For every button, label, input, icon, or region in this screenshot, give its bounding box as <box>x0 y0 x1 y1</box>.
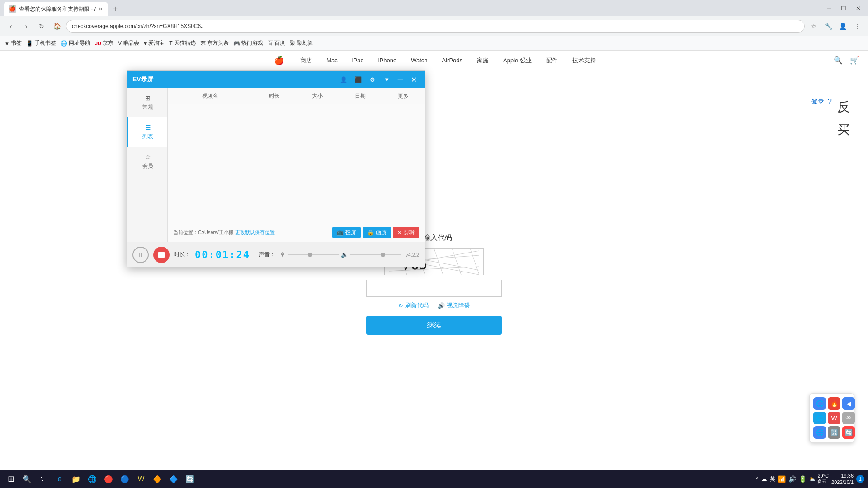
ev-main: 视频名 时长 大小 日期 更多 当前位置：C:/Users/工小熊 更改默认保存… <box>168 88 425 242</box>
bookmark-icon-taobao: ♥ <box>144 40 147 47</box>
forward-button[interactable]: › <box>20 20 33 33</box>
ev-edit-button[interactable]: ✕ 剪辑 <box>393 227 419 238</box>
bookmark-icon-games: 🎮 <box>233 40 240 47</box>
ev-col-more: 更多 <box>382 88 425 104</box>
nav-item-airpods[interactable]: AirPods <box>435 51 470 70</box>
ev-general-icon: ⊞ <box>145 94 151 102</box>
minimize-button[interactable]: ─ <box>823 2 835 14</box>
bookmark-label: 热门游戏 <box>241 39 263 47</box>
nav-item-iphone[interactable]: iPhone <box>371 51 404 70</box>
bookmark-icon-vip: V <box>118 40 122 47</box>
nav-item-home[interactable]: 家庭 <box>470 51 496 70</box>
search-icon[interactable]: 🔍 <box>834 56 843 65</box>
ev-path-row: 当前位置：C:/Users/工小熊 更改默认保存位置 📺 投屏 🔒 <box>173 227 419 238</box>
apple-logo[interactable]: 🍎 <box>265 56 293 66</box>
ev-record-icon[interactable]: ⬛ <box>353 74 363 85</box>
bookmark-label: 书签 <box>11 39 22 47</box>
ev-controls: ⏸ 时长： 00:01:24 声音： 🎙 🔈 <box>127 242 425 267</box>
bookmark-item-taobao[interactable]: ♥ 爱淘宝 <box>144 39 165 47</box>
bookmark-icon[interactable]: ☆ <box>807 20 820 33</box>
reload-button[interactable]: ↻ <box>35 20 48 33</box>
new-tab-button[interactable]: + <box>108 2 123 16</box>
nav-item-apple-strong[interactable]: Apple 强业 <box>496 51 539 70</box>
ev-general-label: 常规 <box>142 103 153 111</box>
ev-member-label: 会员 <box>142 162 153 170</box>
bookmark-item-jd[interactable]: JD 京东 <box>95 39 113 47</box>
nav-item-accessories[interactable]: 配件 <box>539 51 565 70</box>
ev-recorder-window: EV录屏 👤 ⬛ ⚙ ▼ ─ ✕ ⊞ 常规 <box>127 70 425 267</box>
ev-quality-icon: 🔒 <box>367 230 374 236</box>
bookmark-item-juhuasuan[interactable]: 聚 聚划算 <box>290 39 313 47</box>
nav-item-support[interactable]: 技术支持 <box>565 51 603 70</box>
tab-bar: 🍎 查看您的保障服务和支持期限 - / ✕ + ─ ☐ ✕ <box>0 0 868 16</box>
ev-close-button[interactable]: ✕ <box>408 74 419 85</box>
menu-icon[interactable]: ⋮ <box>851 20 863 33</box>
ev-sidebar-list[interactable]: ☰ 列表 <box>127 117 167 147</box>
ev-body: ⊞ 常规 ☰ 列表 ☆ 会员 视频名 <box>127 88 425 242</box>
bookmark-label: 京东 <box>103 39 113 47</box>
ev-speaker-slider[interactable] <box>350 254 401 255</box>
ev-path-change-link[interactable]: 更改默认保存位置 <box>235 230 275 235</box>
mic-icon: 🎙 <box>280 251 286 258</box>
active-tab[interactable]: 🍎 查看您的保障服务和支持期限 - / ✕ <box>4 2 108 16</box>
bookmark-item-vip[interactable]: V 唯品会 <box>118 39 139 47</box>
bookmark-item-toutiao[interactable]: 东 东方头条 <box>200 39 229 47</box>
bookmark-item-tmall[interactable]: T 天猫精选 <box>169 39 195 47</box>
page-content: 🍎 商店 Mac iPad iPhone Watch AirPods 家庭 <box>0 51 868 488</box>
profile-icon[interactable]: 👤 <box>836 20 849 33</box>
accessibility-link[interactable]: 🔊 视觉障碍 <box>438 301 470 310</box>
close-browser-button[interactable]: ✕ <box>852 2 864 14</box>
ev-stop-button[interactable] <box>153 247 170 263</box>
ev-settings-icon[interactable]: ⚙ <box>367 74 378 85</box>
nav-item-mac[interactable]: Mac <box>319 51 345 70</box>
back-button[interactable]: ‹ <box>5 20 17 33</box>
bookmark-label: 聚划算 <box>297 39 313 47</box>
ev-edit-icon: ✕ <box>397 230 402 236</box>
captcha-input[interactable] <box>366 280 502 297</box>
captcha-continue-button[interactable]: 继续 <box>366 316 502 335</box>
svg-line-9 <box>470 249 479 275</box>
ev-sidebar-general[interactable]: ⊞ 常规 <box>127 88 167 117</box>
ev-audio-label: 声音： <box>259 251 275 258</box>
bookmark-icon-juhuasuan: 聚 <box>290 39 295 47</box>
ev-quality-button[interactable]: 🔒 画质 <box>363 227 391 238</box>
ev-content: 当前位置：C:/Users/工小熊 更改默认保存位置 📺 投屏 🔒 <box>168 104 425 242</box>
cart-icon[interactable]: 🛒 <box>850 56 859 65</box>
mic-slider-thumb <box>308 253 312 257</box>
restore-button[interactable]: ☐ <box>837 2 850 14</box>
ev-mic-slider[interactable] <box>288 254 339 255</box>
ev-project-button[interactable]: 📺 投屏 <box>332 227 361 238</box>
ev-pause-button[interactable]: ⏸ <box>132 247 149 263</box>
bookmark-item-baidu[interactable]: 百 百度 <box>268 39 285 47</box>
refresh-icon: ↻ <box>398 302 403 309</box>
ev-toolbar: 视频名 时长 大小 日期 更多 <box>168 88 425 104</box>
nav-item-watch[interactable]: Watch <box>404 51 434 70</box>
ev-sidebar-member[interactable]: ☆ 会员 <box>127 147 167 176</box>
ev-list-label: 列表 <box>142 133 153 141</box>
bookmark-item-games[interactable]: 🎮 热门游戏 <box>233 39 263 47</box>
ev-sidebar: ⊞ 常规 ☰ 列表 ☆ 会员 <box>127 88 168 242</box>
ev-title: EV录屏 <box>132 75 335 84</box>
bookmark-label: 手机书签 <box>34 39 56 47</box>
nav-item-store[interactable]: 商店 <box>293 51 319 70</box>
ev-profile-icon[interactable]: 👤 <box>338 74 349 85</box>
bookmarks-bar: ★ 书签 📱 手机书签 🌐 网址导航 JD 京东 V 唯品会 ♥ 爱淘宝 T 天… <box>0 36 868 51</box>
stop-icon <box>158 252 165 258</box>
ev-version: v4.2.2 <box>406 252 419 258</box>
address-bar: ‹ › ↻ 🏠 checkcoverage.apple.com/cn/zh/?s… <box>0 16 868 36</box>
bookmark-item-mobile[interactable]: 📱 手机书签 <box>26 39 56 47</box>
bookmark-label: 唯品会 <box>123 39 139 47</box>
bookmark-item-nav[interactable]: 🌐 网址导航 <box>61 39 90 47</box>
bookmark-item-books[interactable]: ★ 书签 <box>5 39 22 47</box>
refresh-captcha-link[interactable]: ↻ 刷新代码 <box>398 301 429 310</box>
bookmark-label: 百度 <box>274 39 285 47</box>
ev-titlebar: EV录屏 👤 ⬛ ⚙ ▼ ─ ✕ <box>127 71 425 88</box>
extensions-icon[interactable]: 🔧 <box>822 20 835 33</box>
url-input[interactable]: checkcoverage.apple.com/cn/zh/?sn=GX8H15… <box>66 20 805 33</box>
nav-item-ipad[interactable]: iPad <box>345 51 371 70</box>
ev-audio-controls: 🎙 🔈 <box>280 251 401 258</box>
tab-close-button[interactable]: ✕ <box>99 6 103 12</box>
home-button[interactable]: 🏠 <box>51 20 63 33</box>
ev-minimize-button[interactable]: ─ <box>396 75 405 84</box>
ev-dropdown-icon[interactable]: ▼ <box>382 74 392 85</box>
